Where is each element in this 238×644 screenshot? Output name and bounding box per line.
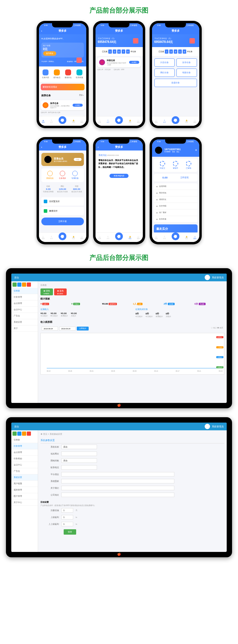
- reviewing[interactable]: 审核中: [173, 161, 178, 170]
- side-tasks[interactable]: 任务管理: [11, 294, 38, 300]
- save-button[interactable]: 保存: [64, 529, 76, 535]
- back-icon[interactable]: ‹: [41, 30, 42, 32]
- admin-avatar[interactable]: [205, 424, 210, 429]
- reviewed[interactable]: 已审核: [186, 161, 191, 170]
- input-address[interactable]: [61, 493, 174, 497]
- pay-wechat[interactable]: 微信支付: [41, 207, 84, 215]
- nav-msg[interactable]: 🔔消息: [185, 236, 188, 239]
- back-icon[interactable]: ‹: [98, 146, 99, 149]
- cat-douyin[interactable]: 抖音任务: [154, 58, 175, 67]
- input-info[interactable]: [61, 472, 174, 477]
- nav-me[interactable]: ◯我的: [137, 120, 140, 123]
- withdraw-button[interactable]: 立即提现: [180, 176, 189, 179]
- nav-msg[interactable]: 🔔消息: [72, 120, 75, 123]
- tool-blue[interactable]: [17, 283, 21, 287]
- task-reward-button[interactable]: +5.88元: [73, 104, 83, 107]
- tool-red[interactable]: [27, 283, 31, 287]
- settings-tab[interactable]: 系统参数设置: [40, 437, 224, 443]
- chart-tag[interactable]: 全屏显示: [216, 336, 223, 338]
- side-dashboard[interactable]: 仪表盘: [11, 288, 38, 294]
- nav-center-diamond[interactable]: [59, 116, 66, 124]
- nav-home[interactable]: ◯首页: [155, 236, 158, 239]
- admin-user[interactable]: 系统管理员: [212, 425, 224, 428]
- nav-msg[interactable]: 🔔消息: [129, 236, 131, 239]
- pay-alipay[interactable]: 支付宝支付: [41, 197, 84, 206]
- nav-hall[interactable]: ⠿大厅: [50, 120, 53, 123]
- nav-center-diamond[interactable]: [115, 232, 123, 240]
- chart-tag[interactable]: +上传图表: [216, 346, 223, 348]
- theme-green[interactable]: ◉ 绿色全局颜色: [40, 288, 53, 295]
- side-about[interactable]: 关于: [11, 325, 38, 332]
- menu-invite[interactable]: ⊞ 邀请好友: [154, 196, 198, 203]
- nav-home[interactable]: ◯首页: [98, 120, 101, 123]
- side-item[interactable]: 广告位: [11, 468, 38, 474]
- side-members[interactable]: 会员管理: [11, 300, 38, 307]
- side-item[interactable]: 规则管理: [11, 487, 38, 493]
- nav-me[interactable]: ◯我的: [80, 120, 83, 123]
- price-wanghong[interactable]: 网红120.00会员永久有效: [57, 185, 68, 193]
- tool-orange[interactable]: [22, 432, 26, 436]
- cat-kuaishou[interactable]: 快手任务: [176, 58, 197, 67]
- input-l2-rebate[interactable]: [61, 522, 73, 526]
- nav-me[interactable]: ●我的: [193, 236, 196, 239]
- nav-invite[interactable]: 邀请好友: [65, 69, 72, 79]
- nav-msg[interactable]: 🔔消息: [185, 120, 188, 123]
- nav-msg[interactable]: 🔔消息: [72, 236, 75, 239]
- menu-withdraw-log[interactable]: ⊞ 提现明细: [154, 183, 198, 190]
- nav-tasklist[interactable]: 任务列表: [42, 69, 49, 79]
- gear-icon[interactable]: ⚙: [195, 149, 197, 151]
- input-phone[interactable]: [61, 465, 97, 470]
- cat-putong[interactable]: 普通任务: [154, 79, 197, 87]
- chart-tag[interactable]: +质量监控: [216, 356, 223, 358]
- date-to-input[interactable]: [59, 327, 76, 330]
- nav-center-diamond[interactable]: [59, 232, 66, 240]
- side-item[interactable]: 任务奖励: [11, 456, 38, 462]
- tool-orange[interactable]: [22, 283, 26, 287]
- nav-me[interactable]: ◯我的: [193, 120, 196, 123]
- side-item[interactable]: 用户权限: [11, 481, 38, 487]
- nav-hall[interactable]: ⠿大厅: [163, 236, 166, 239]
- tool-green[interactable]: [12, 283, 17, 287]
- view-details-button[interactable]: 查看详细内容: [109, 174, 129, 178]
- nav-msg[interactable]: 🔔消息: [129, 120, 131, 123]
- input-icon[interactable]: [61, 479, 174, 483]
- tool-red[interactable]: [27, 432, 31, 436]
- nav-center-diamond[interactable]: [172, 232, 179, 240]
- admin-user[interactable]: 系统管理员: [212, 276, 224, 279]
- menu-support[interactable]: ⊞ 联系客服: [154, 216, 198, 223]
- pending-submit[interactable]: 待提交: [160, 161, 165, 170]
- nav-center-diamond[interactable]: [115, 116, 123, 124]
- nav-home[interactable]: ◉首页: [42, 120, 45, 123]
- nav-me[interactable]: ◯我的: [137, 236, 140, 239]
- today-badge[interactable]: 今日: [74, 158, 82, 161]
- task-reward-button[interactable]: +6.88元: [129, 61, 139, 64]
- cat-wanghong[interactable]: 网红任务: [154, 69, 175, 77]
- task-card-kuaishou[interactable]: 快手任务提交任务截图，点左侧点赞按钮就行了~ +5.88元: [41, 100, 84, 110]
- side-item[interactable]: 会员中心: [11, 462, 38, 468]
- side-item[interactable]: 会员管理: [11, 449, 38, 456]
- invite-banner[interactable]: 邀请好友送现金: [41, 84, 84, 90]
- side-item[interactable]: 仪表盘: [11, 437, 38, 443]
- input-l1-rebate[interactable]: [61, 515, 73, 519]
- input-domain[interactable]: [61, 451, 97, 456]
- tool-green[interactable]: [12, 432, 17, 436]
- input-transfer[interactable]: [61, 458, 97, 463]
- admin-avatar[interactable]: [205, 275, 210, 280]
- nav-home[interactable]: ◯首页: [42, 236, 45, 239]
- side-center[interactable]: 会员中心: [11, 307, 38, 313]
- upgrade-button[interactable]: 提升权益: [43, 51, 56, 56]
- menu-transactions[interactable]: ⊞ 收支明细: [154, 203, 198, 210]
- nav-member[interactable]: 成为会员: [53, 69, 60, 79]
- input-about[interactable]: [61, 486, 174, 490]
- nav-hall[interactable]: ⠿大厅: [107, 236, 109, 239]
- input-sysname[interactable]: [61, 445, 97, 449]
- nav-hall[interactable]: ⠿大厅: [50, 236, 53, 239]
- invite-banner[interactable]: 邀友瓜分: [154, 224, 198, 233]
- date-from-input[interactable]: [42, 327, 58, 330]
- cat-mingxing[interactable]: 明星任务: [176, 69, 197, 77]
- price-mingxing[interactable]: 明星600.00会员永久有效: [71, 185, 82, 193]
- back-icon[interactable]: ‹: [41, 146, 42, 149]
- side-item[interactable]: 关于中心: [11, 499, 38, 506]
- menu-wallet[interactable]: ⊞ 我的钱包: [154, 190, 198, 196]
- menu-materials[interactable]: ⊞ 推广素材: [154, 210, 198, 216]
